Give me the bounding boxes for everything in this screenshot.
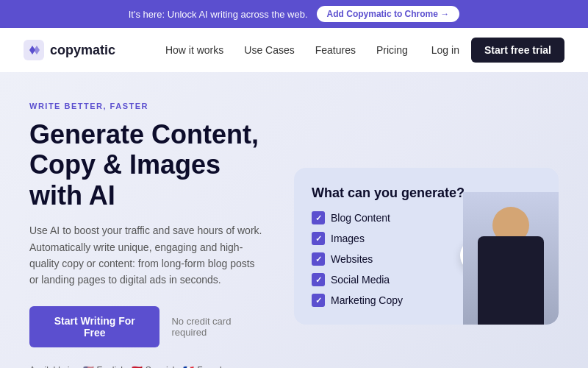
nav-links: How it works Use Cases Features Pricing: [165, 43, 408, 57]
logo-text: copymatic: [50, 43, 115, 58]
logo[interactable]: copymatic: [24, 40, 115, 60]
hero-cta-row: Start Writing For Free No credit card re…: [29, 306, 265, 347]
navbar: copymatic How it works Use Cases Feature…: [0, 28, 588, 72]
lang-spanish: 🇪🇸 Spanish: [132, 365, 177, 368]
languages-row: Available in: 🇺🇸 English 🇪🇸 Spanish 🇫🇷 F…: [29, 365, 265, 368]
nav-features[interactable]: Features: [315, 44, 356, 56]
check-icon: [312, 211, 325, 224]
hero-right: What can you generate? Blog Content Imag…: [294, 168, 559, 325]
logo-icon: [24, 40, 44, 60]
start-writing-button[interactable]: Start Writing For Free: [29, 306, 159, 347]
nav-pricing[interactable]: Pricing: [376, 44, 408, 56]
video-card: What can you generate? Blog Content Imag…: [294, 168, 559, 325]
nav-use-cases[interactable]: Use Cases: [244, 44, 294, 56]
lang-english: 🇺🇸 English: [83, 365, 126, 368]
hero-section: WRITE BETTER, FASTER Generate Content, C…: [0, 72, 588, 368]
check-icon: [312, 273, 325, 286]
lang-french: 🇫🇷 French: [183, 365, 224, 368]
login-button[interactable]: Log in: [431, 44, 459, 56]
nav-how-it-works[interactable]: How it works: [165, 44, 223, 56]
hero-left: WRITE BETTER, FASTER Generate Content, C…: [29, 102, 265, 368]
languages-label: Available in:: [29, 365, 77, 368]
check-icon: [312, 252, 325, 266]
check-icon: [312, 232, 325, 245]
top-banner: It's here: Unlock AI writing across the …: [0, 0, 588, 28]
check-icon: [312, 294, 325, 307]
trial-button[interactable]: Start free trial: [471, 38, 564, 63]
person-image: [463, 192, 559, 325]
nav-actions: Log in Start free trial: [431, 38, 564, 63]
banner-text: It's here: Unlock AI writing across the …: [129, 9, 308, 20]
banner-cta-button[interactable]: Add Copymatic to Chrome →: [317, 6, 460, 22]
person-body: [478, 236, 544, 325]
hero-title: Generate Content, Copy & Images with AI: [29, 119, 265, 210]
no-credit-card-text: No credit card required: [171, 316, 265, 338]
hero-tag: WRITE BETTER, FASTER: [29, 102, 265, 110]
hero-description: Use AI to boost your traffic and save ho…: [29, 222, 265, 289]
